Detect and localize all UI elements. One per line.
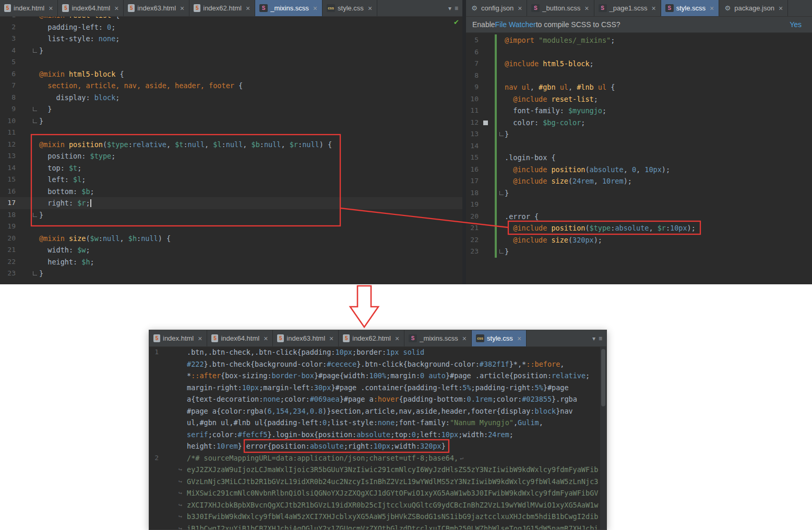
tab-style-css[interactable]: cssstyle.css× — [472, 330, 527, 346]
tab--mixins-scss[interactable]: S_mixins.scss× — [404, 330, 472, 346]
code-line[interactable]: ul,#gbn ul,#lnb ul{padding-left:0;list-s… — [149, 417, 600, 429]
code-line[interactable]: ↪MiXSwic291cmNlc0NvbnRlbnQiOlsiQGNoYXJzZ… — [149, 487, 600, 499]
code-line[interactable]: 11 — [0, 127, 462, 139]
tab-config-json[interactable]: ⚙config.json× — [466, 0, 527, 16]
tab-index64-html[interactable]: 5index64.html× — [207, 330, 273, 346]
code-line[interactable]: 23} — [0, 268, 462, 280]
code-line[interactable]: 17 @include size(24rem, 10rem); — [466, 175, 812, 187]
code-line[interactable]: 21 width: $w; — [0, 244, 462, 256]
tab-style-scss[interactable]: Sstyle.scss× — [661, 0, 720, 16]
code-line[interactable]: 19 — [466, 199, 812, 211]
tab-index62-html[interactable]: 5index62.html× — [189, 0, 255, 16]
code-line[interactable]: 18} — [0, 209, 462, 221]
code-line[interactable]: 9nav ul, #gbn ul, #lnb ul { — [466, 81, 812, 93]
fold-marker[interactable] — [33, 119, 37, 123]
code-line[interactable]: 22 height: $h; — [0, 256, 462, 268]
code-line[interactable]: 9 } — [0, 103, 462, 115]
code-line[interactable]: 20@mixin size($w:null, $h:null) { — [0, 233, 462, 245]
code-line[interactable]: 16 @include position(absolute, 0, 10px); — [466, 164, 812, 176]
tab--page1-scss[interactable]: S_page1.scss× — [594, 0, 661, 16]
code-line[interactable]: 11 font-family: $myungjo; — [466, 105, 812, 117]
code-line[interactable]: 14 top: $t; — [0, 162, 462, 174]
code-line[interactable]: 8 — [466, 70, 812, 82]
code-line[interactable]: a{text-decoration:none;color:#069aea}#pa… — [149, 393, 600, 405]
code-line[interactable]: 15 left: $l; — [0, 174, 462, 186]
code-line[interactable]: 4} — [0, 45, 462, 57]
tab-index64-html[interactable]: 5index64.html× — [58, 0, 124, 16]
code-line[interactable]: 8 display: block; — [0, 92, 462, 104]
code-line[interactable]: 13 position: $type; — [0, 150, 462, 162]
close-icon[interactable]: × — [329, 335, 333, 342]
code-line[interactable]: 3 list-style: none; — [0, 33, 462, 45]
close-icon[interactable]: × — [264, 335, 268, 342]
mixins-scss-editor[interactable]: 1@mixin reset-list {2 padding-left: 0;3 … — [0, 9, 462, 284]
tab-index-html[interactable]: 5index.html× — [149, 330, 207, 346]
fold-marker[interactable] — [33, 213, 37, 217]
scrollbar-thumb[interactable] — [601, 349, 605, 406]
close-icon[interactable]: × — [518, 5, 522, 12]
code-line[interactable]: serif;color:#fefcf5}.login-box{position:… — [149, 429, 600, 441]
code-line[interactable]: 17 right: $r; — [0, 197, 462, 209]
code-line[interactable]: ↪eyJ2ZXJzaW9uIjozLCJmaWxlIjoic3R5bGUuY3N… — [149, 464, 600, 476]
code-line[interactable]: 2 padding-left: 0; — [0, 21, 462, 33]
tab-index63-html[interactable]: 5index63.html× — [124, 0, 189, 16]
code-line[interactable]: 15.login-box { — [466, 152, 812, 164]
code-line[interactable]: *::after{box-sizing:border-box}#page{wid… — [149, 370, 600, 382]
close-icon[interactable]: × — [49, 5, 53, 12]
close-icon[interactable]: × — [584, 5, 589, 12]
code-line[interactable]: margin-right:10px;margin-left:30px}#page… — [149, 382, 600, 394]
banner-yes-link[interactable]: Yes — [790, 20, 806, 29]
code-line[interactable]: 5 — [0, 56, 462, 68]
close-icon[interactable]: × — [180, 5, 184, 12]
code-line[interactable]: 18} — [466, 187, 812, 199]
code-line[interactable]: 12 color: $bg-color; — [466, 117, 812, 129]
tab-index63-html[interactable]: 5index63.html× — [273, 330, 339, 346]
code-line[interactable]: 14 — [466, 140, 812, 152]
scrollbar[interactable] — [600, 347, 606, 529]
fold-marker[interactable] — [33, 107, 37, 111]
code-line[interactable]: 10 @include reset-list; — [466, 93, 812, 105]
close-icon[interactable]: × — [779, 5, 783, 12]
pane-splitter[interactable] — [462, 0, 466, 284]
code-line[interactable]: 23} — [466, 246, 812, 258]
fold-marker[interactable] — [499, 132, 504, 136]
code-line[interactable]: 5@import "modules/_mixins"; — [466, 34, 812, 46]
code-line[interactable]: 6@mixin html5-block { — [0, 68, 462, 80]
tab-index-html[interactable]: 5index.html× — [0, 0, 58, 16]
close-icon[interactable]: × — [710, 5, 714, 12]
style-css-editor[interactable]: 1.btn,.btn-check,.btn-click{padding:10px… — [149, 346, 600, 529]
fold-marker[interactable] — [499, 249, 504, 254]
code-line[interactable]: 19 — [0, 221, 462, 233]
chevron-down-icon[interactable]: ▾ — [592, 335, 595, 342]
fold-marker[interactable] — [33, 271, 37, 275]
code-line[interactable]: 7@include html5-block; — [466, 58, 812, 70]
code-line[interactable]: ↪zXCI7XHJcbkBpbXBvcnQgXCJtb2R1bGVzL19idX… — [149, 499, 600, 511]
code-line[interactable]: 21 @include position($type:absolute, $r:… — [466, 222, 812, 234]
tab-package-json[interactable]: ⚙package.json× — [719, 0, 788, 16]
tab--mixins-scss[interactable]: S_mixins.scss× — [255, 0, 323, 16]
chevron-down-icon[interactable]: ▾ — [448, 5, 451, 12]
code-line[interactable]: 13} — [466, 128, 812, 140]
close-icon[interactable]: × — [652, 5, 656, 12]
tab-style-css[interactable]: cssstyle.css× — [323, 0, 377, 16]
close-icon[interactable]: × — [517, 335, 521, 342]
code-line[interactable]: ↪GVzLnNjc3MiLCJtb2R1bGVzL19idXR0b24uc2Nz… — [149, 476, 600, 488]
code-line[interactable]: 22 @include size(320px); — [466, 234, 812, 246]
code-line[interactable]: 7 section, article, nav, aside, header, … — [0, 80, 462, 92]
close-icon[interactable]: × — [114, 5, 118, 12]
file-watcher-link[interactable]: File Watcher — [495, 20, 536, 29]
code-line[interactable]: 16 bottom: $b; — [0, 186, 462, 198]
fold-marker[interactable] — [499, 191, 504, 195]
code-line[interactable]: 12@mixin position($type:relative, $t:nul… — [0, 139, 462, 151]
code-line[interactable]: #222}.btn-check{background-color:#cecece… — [149, 358, 600, 370]
tab--button-scss[interactable]: S_button.scss× — [527, 0, 594, 16]
code-line[interactable]: #page a{color:rgba(6,154,234,0.8)}sectio… — [149, 405, 600, 417]
tab-index62-html[interactable]: 5index62.html× — [339, 330, 404, 346]
code-line[interactable]: ↪b3J0IFwibW9kdWxlcy9fbWl4aW5zXCI7XHJcblx… — [149, 511, 600, 523]
style-scss-editor[interactable]: 5@import "modules/_mixins";67@include ht… — [466, 34, 812, 284]
close-icon[interactable]: × — [395, 335, 399, 342]
code-line[interactable]: 2/*# sourceMappingURL=data:application/j… — [149, 452, 600, 464]
code-line[interactable]: height:10rem}.error{position:absolute;ri… — [149, 440, 600, 452]
code-line[interactable]: 10} — [0, 115, 462, 127]
close-icon[interactable]: × — [313, 5, 317, 12]
